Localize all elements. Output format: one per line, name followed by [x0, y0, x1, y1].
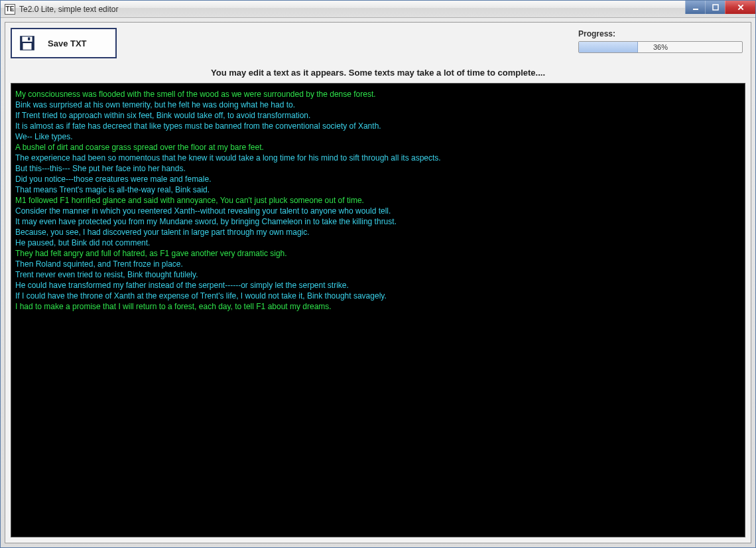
floppy-disk-icon: [19, 34, 36, 52]
editor-line[interactable]: Bink was surprised at his own temerity, …: [15, 100, 741, 110]
editor-line[interactable]: Because, you see, I had discovered your …: [15, 227, 741, 238]
minimize-button[interactable]: [685, 1, 705, 14]
editor-line[interactable]: A bushel of dirt and coarse grass spread…: [15, 142, 741, 153]
window-title: Te2.0 Lite, simple text editor: [19, 5, 118, 14]
save-txt-button[interactable]: Save TXT: [11, 28, 117, 58]
progress-section: Progress: 36%: [578, 28, 745, 53]
text-editor-area[interactable]: My consciousness was flooded with the sm…: [11, 83, 745, 537]
close-icon: [737, 3, 745, 11]
editor-line[interactable]: I had to make a promise that I will retu…: [15, 301, 741, 312]
maximize-button[interactable]: [705, 1, 725, 14]
editor-line[interactable]: If I could have the throne of Xanth at t…: [15, 291, 741, 301]
titlebar[interactable]: TE Te2.0 Lite, simple text editor: [1, 1, 755, 18]
editor-line[interactable]: We-- Like types.: [15, 131, 741, 142]
maximize-icon: [712, 4, 719, 11]
progress-percent-text: 36%: [579, 42, 742, 53]
editor-line[interactable]: That means Trent's magic is all-the-way …: [15, 184, 741, 195]
editor-line[interactable]: Then Roland squinted, and Trent froze in…: [15, 259, 741, 269]
editor-line[interactable]: But this---this--- She put her face into…: [15, 163, 741, 174]
editor-line[interactable]: Trent never even tried to resist, Bink t…: [15, 269, 741, 280]
svg-rect-8: [28, 37, 30, 40]
svg-rect-7: [23, 43, 32, 50]
editor-line[interactable]: Consider the manner in which you reenter…: [15, 206, 741, 216]
hint-text: You may edit a text as it appears. Some …: [11, 68, 745, 78]
editor-line[interactable]: It is almost as if fate has decreed that…: [15, 121, 741, 131]
editor-line[interactable]: Did you notice---those creatures were ma…: [15, 174, 741, 184]
window-controls: [685, 1, 755, 14]
editor-line[interactable]: It may even have protected you from my M…: [15, 216, 741, 227]
progress-bar: 36%: [578, 41, 743, 53]
editor-line[interactable]: He paused, but Bink did not comment.: [15, 238, 741, 248]
app-icon: TE: [5, 4, 15, 15]
save-button-label: Save TXT: [48, 38, 87, 48]
close-button[interactable]: [725, 1, 755, 14]
svg-rect-0: [693, 9, 698, 10]
editor-line[interactable]: The experience had been so momentous tha…: [15, 153, 741, 163]
editor-line[interactable]: M1 followed F1 horrified glance and said…: [15, 195, 741, 206]
svg-rect-1: [713, 5, 718, 10]
client-area: Save TXT Progress: 36% You may edit a te…: [5, 22, 751, 543]
progress-label: Progress:: [578, 29, 745, 38]
editor-line[interactable]: If Trent tried to approach within six fe…: [15, 110, 741, 121]
editor-line[interactable]: They had felt angry and full of hatred, …: [15, 248, 741, 259]
toolbar-row: Save TXT Progress: 36%: [11, 28, 745, 61]
app-window: TE Te2.0 Lite, simple text editor: [0, 0, 756, 548]
svg-rect-5: [22, 36, 32, 42]
editor-line[interactable]: My consciousness was flooded with the sm…: [15, 89, 741, 100]
editor-line[interactable]: He could have transformed my father inst…: [15, 280, 741, 291]
minimize-icon: [692, 4, 699, 11]
